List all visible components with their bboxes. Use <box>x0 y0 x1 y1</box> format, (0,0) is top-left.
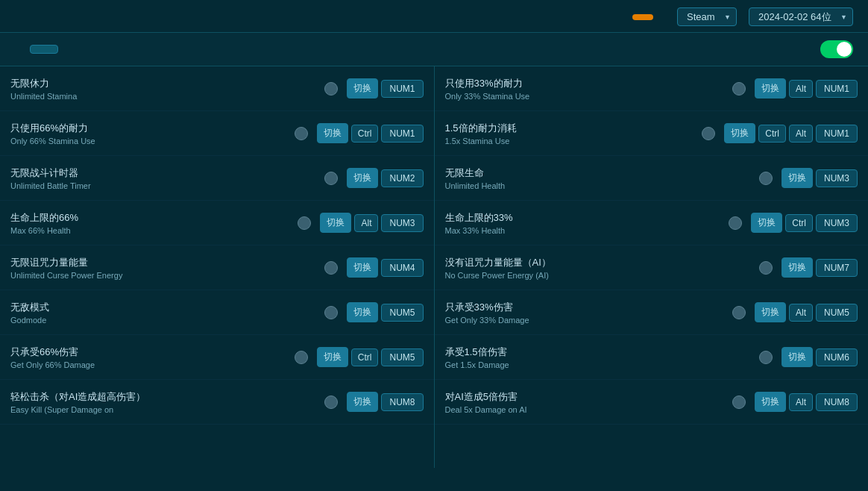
cheat-toggle[interactable] <box>324 172 338 185</box>
key-btn-切换[interactable]: 切换 <box>317 123 348 143</box>
cheat-toggle[interactable] <box>295 127 308 140</box>
toolbar-right <box>813 40 853 58</box>
cheat-info: 承受1.5倍伤害 Get 1.5x Damage <box>445 345 750 369</box>
key-btn-num3[interactable]: NUM3 <box>381 214 423 232</box>
key-btn-切换[interactable]: 切换 <box>755 302 786 322</box>
key-btn-alt[interactable]: Alt <box>789 80 813 98</box>
cheat-name-cn: 只使用33%的耐力 <box>445 77 723 90</box>
cheat-toggle[interactable] <box>759 172 773 185</box>
toolbar-left <box>15 45 58 54</box>
key-btn-alt[interactable]: Alt <box>789 304 813 322</box>
key-btn-切换[interactable]: 切换 <box>755 392 786 412</box>
key-btn-切换[interactable]: 切换 <box>347 302 378 322</box>
key-btn-num1[interactable]: NUM1 <box>816 80 858 98</box>
cheat-name-en: Only 33% Stamina Use <box>445 92 723 101</box>
cheat-toggle[interactable] <box>729 216 742 230</box>
key-btn-切换[interactable]: 切换 <box>347 78 378 98</box>
key-btn-ctrl[interactable]: Ctrl <box>785 214 813 232</box>
key-btn-切换[interactable]: 切换 <box>317 347 348 367</box>
key-btn-num3[interactable]: NUM3 <box>816 214 858 232</box>
cheat-row: 轻松击杀（对AI造成超高伤害） Easy Kill (Super Damage … <box>0 380 434 425</box>
key-btn-num1[interactable]: NUM1 <box>816 125 858 143</box>
key-btn-ctrl[interactable]: Ctrl <box>351 348 379 366</box>
cheat-info: 生命上限的66% Max 66% Health <box>10 211 289 235</box>
cheat-info: 只使用33%的耐力 Only 33% Stamina Use <box>445 77 723 101</box>
key-btn-切换[interactable]: 切换 <box>347 392 378 412</box>
key-btn-切换[interactable]: 切换 <box>781 257 813 278</box>
cheat-toggle[interactable] <box>324 306 338 319</box>
left-column: 无限休力 Unlimited Stamina 切换NUM1 只使用66%的耐力 … <box>0 66 435 468</box>
hotkey-btns: 切换NUM2 <box>347 168 423 188</box>
cheat-name-cn: 无限诅咒力量能量 <box>10 256 315 269</box>
key-btn-切换[interactable]: 切换 <box>347 257 378 278</box>
key-btn-num4[interactable]: NUM4 <box>381 259 423 277</box>
key-btn-num5[interactable]: NUM5 <box>816 304 858 322</box>
key-btn-alt[interactable]: Alt <box>354 214 378 232</box>
key-btn-ctrl[interactable]: Ctrl <box>758 125 786 143</box>
cheat-toggle[interactable] <box>324 395 338 409</box>
hotkey-btns: 切换AltNUM5 <box>755 302 858 322</box>
hotkey-btns: 切换NUM1 <box>347 78 423 98</box>
cheat-row: 生命上限的33% Max 33% Health 切换CtrlNUM3 <box>435 201 869 246</box>
key-btn-切换[interactable]: 切换 <box>781 347 813 367</box>
cheat-toggle[interactable] <box>295 351 308 364</box>
key-btn-切换[interactable]: 切换 <box>347 168 378 188</box>
key-btn-num5[interactable]: NUM5 <box>381 304 423 322</box>
cheat-row: 承受1.5倍伤害 Get 1.5x Damage 切换NUM6 <box>435 335 869 380</box>
platform-select[interactable]: Steam Epic Xbox <box>677 7 737 26</box>
cheat-name-cn: 生命上限的33% <box>445 211 720 225</box>
cheat-row: 只使用33%的耐力 Only 33% Stamina Use 切换AltNUM1 <box>435 66 869 111</box>
key-btn-切换[interactable]: 切换 <box>781 168 813 188</box>
cheat-name-en: Get 1.5x Damage <box>445 360 750 369</box>
cheat-info: 无限生命 Unlimited Health <box>445 166 750 190</box>
hotkey-btns: 切换NUM6 <box>781 347 858 367</box>
key-btn-num1[interactable]: NUM1 <box>381 80 423 98</box>
key-btn-切换[interactable]: 切换 <box>751 213 782 233</box>
content: 无限休力 Unlimited Stamina 切换NUM1 只使用66%的耐力 … <box>0 66 868 468</box>
key-btn-切换[interactable]: 切换 <box>320 213 351 233</box>
mode-button[interactable] <box>632 14 653 20</box>
cheat-toggle[interactable] <box>732 395 746 409</box>
cheat-toggle[interactable] <box>702 127 715 140</box>
cheat-name-en: Unlimited Stamina <box>10 92 315 101</box>
key-btn-num1[interactable]: NUM1 <box>381 125 423 143</box>
cheat-toggle[interactable] <box>324 82 338 96</box>
hotkey-btns: 切换NUM5 <box>347 302 423 322</box>
cheat-name-en: Godmode <box>10 316 315 325</box>
cheat-row: 只承受33%伤害 Get Only 33% Damage 切换AltNUM5 <box>435 290 869 335</box>
key-btn-alt[interactable]: Alt <box>789 125 813 143</box>
cheat-name-cn: 无限战斗计时器 <box>10 166 315 180</box>
key-btn-num8[interactable]: NUM8 <box>381 393 423 411</box>
cheat-toggle[interactable] <box>732 82 746 96</box>
cheat-row: 无限生命 Unlimited Health 切换NUM3 <box>435 156 869 201</box>
key-btn-num3[interactable]: NUM3 <box>816 169 858 187</box>
cheat-row: 无敌模式 Godmode 切换NUM5 <box>0 290 434 335</box>
hotkey-toggle[interactable] <box>820 40 853 58</box>
key-btn-num6[interactable]: NUM6 <box>816 348 858 366</box>
date-select[interactable]: 2024-02-02 64位 <box>749 7 853 26</box>
toolbar <box>0 33 868 66</box>
hotkey-btns: 切换CtrlAltNUM1 <box>724 123 858 143</box>
cheat-toggle[interactable] <box>732 306 746 319</box>
cheat-toggle[interactable] <box>759 261 773 275</box>
key-btn-切换[interactable]: 切换 <box>724 123 755 143</box>
cheat-toggle[interactable] <box>759 351 773 364</box>
cheat-toggle[interactable] <box>298 216 311 230</box>
key-btn-alt[interactable]: Alt <box>789 393 813 411</box>
cheat-info: 1.5倍的耐力消耗 1.5x Stamina Use <box>445 122 694 146</box>
hotkey-btns: 切换AltNUM8 <box>755 392 858 412</box>
key-btn-num2[interactable]: NUM2 <box>381 169 423 187</box>
cheat-name-cn: 生命上限的66% <box>10 211 289 225</box>
key-btn-num5[interactable]: NUM5 <box>381 348 423 366</box>
cheat-toggle[interactable] <box>324 261 338 275</box>
cheat-name-cn: 无敌模式 <box>10 301 315 314</box>
key-btn-ctrl[interactable]: Ctrl <box>351 125 379 143</box>
cheat-row: 只承受66%伤害 Get Only 66% Damage 切换CtrlNUM5 <box>0 335 434 380</box>
cheat-info: 无限诅咒力量能量 Unlimited Curse Power Energy <box>10 256 315 280</box>
platform-select-wrapper: Steam Epic Xbox <box>677 7 737 26</box>
close-all-button[interactable] <box>30 45 58 54</box>
key-btn-切换[interactable]: 切换 <box>755 78 786 98</box>
cheat-name-en: Get Only 33% Damage <box>445 316 723 325</box>
key-btn-num8[interactable]: NUM8 <box>816 393 858 411</box>
key-btn-num7[interactable]: NUM7 <box>816 259 858 277</box>
